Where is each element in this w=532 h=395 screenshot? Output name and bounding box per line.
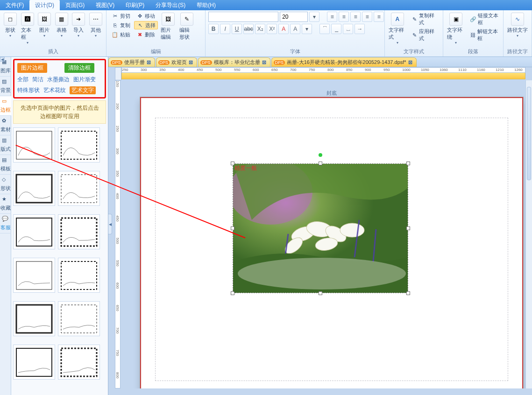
- handle-e[interactable]: [406, 226, 410, 230]
- bold-button[interactable]: B: [208, 24, 219, 34]
- text-wrap-button[interactable]: ▣文字环绕▾: [446, 12, 466, 46]
- ls-shape[interactable]: ◇形状: [0, 175, 11, 194]
- copy[interactable]: ⎘复制: [109, 21, 132, 29]
- font-size-combo[interactable]: 20: [280, 12, 308, 22]
- close-tab-icon[interactable]: ⊠: [408, 59, 412, 65]
- import-button[interactable]: ➜导入▾: [71, 12, 86, 39]
- cat-全部[interactable]: 全部: [17, 76, 28, 84]
- sidepanel-collapse-icon[interactable]: ◂: [108, 214, 112, 234]
- border-thumb-6[interactable]: [13, 258, 55, 293]
- menu-print[interactable]: 印刷(P): [120, 0, 150, 10]
- close-tab-icon[interactable]: ⊠: [262, 59, 266, 65]
- unlink-textbox[interactable]: ⛓解链文本框: [468, 28, 500, 42]
- fontcolor-button[interactable]: A: [278, 24, 289, 34]
- valign-mid-icon[interactable]: ⎯: [331, 24, 341, 34]
- ls-border[interactable]: ▭边框: [0, 96, 11, 116]
- border-thumb-0[interactable]: [13, 127, 55, 162]
- ls-material[interactable]: ✿素材: [0, 116, 11, 135]
- textbox-button[interactable]: 🅰文本框▾: [20, 12, 35, 46]
- paste[interactable]: 📋粘贴: [109, 30, 132, 39]
- border-thumb-2[interactable]: [13, 171, 55, 206]
- doc-tab-2[interactable]: DPS模板库：毕业纪念册⊠: [198, 57, 270, 67]
- valign-bot-icon[interactable]: ⎵: [343, 24, 353, 34]
- path-text-button[interactable]: ∿路径文字▾: [506, 12, 529, 39]
- border-thumb-5[interactable]: [58, 214, 100, 249]
- handle-sw[interactable]: [231, 291, 234, 295]
- cat-图片渐变[interactable]: 图片渐变: [73, 76, 96, 84]
- canvas[interactable]: 封底: [121, 80, 525, 388]
- border-thumb-10[interactable]: [13, 345, 55, 380]
- border-thumb-8[interactable]: [13, 301, 55, 336]
- border-thumb-7[interactable]: [58, 258, 100, 293]
- align-right-icon[interactable]: ≡: [350, 12, 361, 22]
- panel-tab[interactable]: 图片边框: [17, 63, 47, 73]
- underline-button[interactable]: U: [232, 24, 242, 34]
- border-thumb-1[interactable]: [58, 127, 100, 162]
- shape-button[interactable]: ◻形状▾: [3, 12, 18, 39]
- align-center-icon[interactable]: ≡: [339, 12, 349, 22]
- panel-collapse-top-icon[interactable]: ◀: [0, 57, 5, 62]
- handle-nw[interactable]: [231, 162, 234, 165]
- delete[interactable]: ✖删除: [134, 30, 158, 39]
- ls-bg[interactable]: ▨背景: [0, 77, 11, 96]
- edit-shape-button[interactable]: ✎编辑形状: [178, 12, 195, 42]
- doc-tab-3[interactable]: DPS画册-大16开硬壳精装-匆匆那些年200529-1437.dpsf*⊠: [271, 57, 417, 67]
- clear-border-button[interactable]: 清除边框: [64, 63, 94, 73]
- other-button[interactable]: ⋯其他▾: [88, 12, 104, 39]
- edit-image-button[interactable]: 🖼图片编辑: [160, 12, 177, 42]
- italic-button[interactable]: I: [220, 24, 230, 34]
- page-spread[interactable]: 封底: [140, 97, 523, 388]
- handle-ne[interactable]: [406, 162, 410, 165]
- handle-w[interactable]: [231, 226, 234, 230]
- table-button[interactable]: ▦表格▾: [54, 12, 70, 39]
- cut[interactable]: ✂剪切: [109, 12, 132, 20]
- doc-tab-0[interactable]: DPS使用手册⊠: [108, 57, 155, 67]
- ls-fav[interactable]: ★收藏: [0, 194, 11, 214]
- valign-top-icon[interactable]: ⎴: [319, 24, 330, 34]
- cat-简洁[interactable]: 简洁: [32, 76, 43, 84]
- vertical-scrollbar[interactable]: [525, 80, 532, 388]
- close-tab-icon[interactable]: ⊠: [147, 59, 151, 65]
- superscript-button[interactable]: X²: [267, 24, 277, 34]
- cat-艺术文字[interactable]: 艺术文字: [70, 86, 96, 94]
- subscript-button[interactable]: X₂: [255, 24, 265, 34]
- cat-水墨撕边[interactable]: 水墨撕边: [47, 76, 70, 84]
- apply-style[interactable]: ✎应用样式: [409, 28, 440, 42]
- strike-button[interactable]: abc: [243, 24, 254, 34]
- cat-特殊形状[interactable]: 特殊形状: [17, 86, 40, 94]
- menu-view[interactable]: 视图(V): [90, 0, 120, 10]
- selected-image[interactable]: 精度一般: [233, 163, 408, 293]
- border-thumb-9[interactable]: [58, 301, 100, 336]
- handle-se[interactable]: [406, 291, 410, 295]
- border-thumb-11[interactable]: [58, 345, 100, 380]
- align-dist-icon[interactable]: ≡: [374, 12, 384, 22]
- highlight-button[interactable]: A: [290, 24, 300, 34]
- select[interactable]: ↖选择: [134, 21, 158, 29]
- font-more-icon[interactable]: ▾: [302, 24, 312, 34]
- menu-file[interactable]: 文件(F): [0, 0, 29, 10]
- scrollbar-thumb[interactable]: [527, 87, 531, 180]
- ls-template[interactable]: ▤模板: [0, 155, 11, 175]
- ls-cs[interactable]: 💬客服: [0, 214, 11, 233]
- font-name-combo[interactable]: [208, 12, 278, 22]
- image-button[interactable]: 🖼图片▾: [37, 12, 52, 39]
- doc-tab-1[interactable]: DPS欢迎页⊠: [156, 57, 198, 67]
- menu-page[interactable]: 页面(G): [60, 0, 90, 10]
- border-thumb-3[interactable]: [58, 171, 100, 206]
- indent-icon[interactable]: →: [355, 24, 365, 34]
- copy-style[interactable]: ✎复制样式: [409, 12, 440, 27]
- font-dd-icon[interactable]: ▾: [309, 12, 319, 22]
- ls-layout[interactable]: ▥版式: [0, 135, 11, 155]
- border-thumb-4[interactable]: [13, 214, 55, 249]
- move[interactable]: ✥移动: [134, 12, 158, 20]
- cat-艺术花纹[interactable]: 艺术花纹: [43, 86, 66, 94]
- handle-n[interactable]: [319, 162, 322, 165]
- close-tab-icon[interactable]: ⊠: [189, 59, 193, 65]
- handle-s[interactable]: [319, 291, 322, 295]
- align-just-icon[interactable]: ≡: [362, 12, 372, 22]
- menu-design[interactable]: 设计(D): [29, 0, 60, 10]
- rotate-handle[interactable]: [319, 153, 322, 157]
- link-textbox[interactable]: 🔗链接文本框: [468, 12, 500, 27]
- menu-share[interactable]: 分享导出(S): [150, 0, 191, 10]
- text-style-button[interactable]: A文字样式▾: [388, 12, 407, 46]
